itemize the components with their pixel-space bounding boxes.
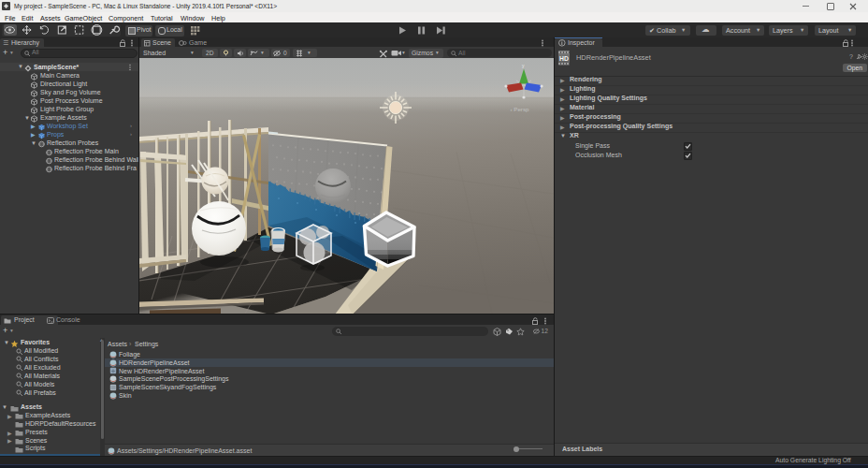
svg-text:‹ Persp: ‹ Persp [511,106,530,112]
